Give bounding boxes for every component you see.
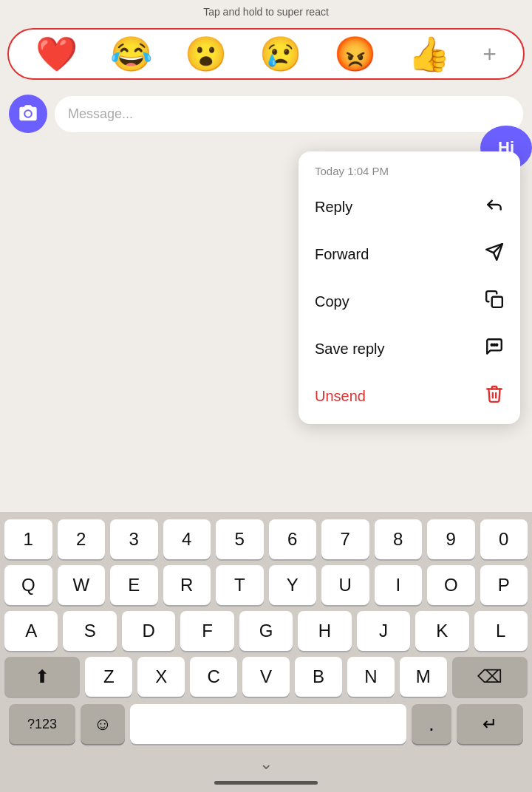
svg-point-5 <box>496 344 497 346</box>
emoji-cry[interactable]: 😢 <box>259 37 301 71</box>
keyboard-asdf-row: A S D F G H J K L <box>4 611 528 651</box>
unsend-icon <box>485 384 504 408</box>
key-1[interactable]: 1 <box>4 519 52 559</box>
context-unsend-label: Unsend <box>315 388 366 405</box>
key-r[interactable]: R <box>163 565 211 605</box>
keyboard-chevron[interactable]: ⌄ <box>4 750 528 775</box>
key-n[interactable]: N <box>347 657 395 697</box>
key-x[interactable]: X <box>137 657 185 697</box>
key-p[interactable]: P <box>480 565 528 605</box>
chevron-down-icon: ⌄ <box>259 754 273 774</box>
key-q[interactable]: Q <box>4 565 52 605</box>
emoji-wow[interactable]: 😮 <box>185 37 227 71</box>
key-space[interactable] <box>130 704 406 744</box>
context-save-reply-label: Save reply <box>315 341 385 358</box>
camera-button[interactable] <box>9 95 47 133</box>
key-v[interactable]: V <box>242 657 290 697</box>
home-bar <box>4 775 528 788</box>
key-2[interactable]: 2 <box>58 519 106 559</box>
key-e[interactable]: E <box>110 565 158 605</box>
key-h[interactable]: H <box>298 611 351 651</box>
hint-text: Tap and hold to super react <box>203 6 329 18</box>
key-numbers-switch[interactable]: ?123 <box>9 704 75 744</box>
keyboard: 1 2 3 4 5 6 7 8 9 0 Q W E R T Y U I O P … <box>0 512 532 792</box>
home-indicator <box>214 781 318 785</box>
context-copy-label: Copy <box>315 293 349 310</box>
camera-icon <box>18 103 38 124</box>
key-9[interactable]: 9 <box>427 519 475 559</box>
emoji-angry[interactable]: 😡 <box>334 37 376 71</box>
key-c[interactable]: C <box>190 657 237 697</box>
key-5[interactable]: 5 <box>216 519 264 559</box>
key-l[interactable]: L <box>474 611 528 651</box>
emoji-more-button[interactable]: + <box>482 41 497 68</box>
key-t[interactable]: T <box>216 565 264 605</box>
context-copy[interactable]: Copy <box>299 278 520 325</box>
emoji-bar-wrapper: ❤️ 😂 😮 😢 😡 👍 + <box>0 22 532 87</box>
key-period[interactable]: . <box>412 704 451 744</box>
message-input[interactable]: Message... <box>55 96 523 132</box>
message-area: Message... <box>0 87 532 140</box>
key-4[interactable]: 4 <box>163 519 211 559</box>
copy-icon <box>485 290 504 313</box>
forward-icon <box>485 242 504 266</box>
context-unsend[interactable]: Unsend <box>299 372 520 420</box>
key-b[interactable]: B <box>295 657 342 697</box>
key-k[interactable]: K <box>415 611 468 651</box>
emoji-reaction-bar: ❤️ 😂 😮 😢 😡 👍 + <box>7 28 525 80</box>
key-w[interactable]: W <box>58 565 106 605</box>
svg-point-4 <box>494 344 495 346</box>
keyboard-zxcv-row: ⬆ Z X C V B N M ⌫ <box>4 657 528 697</box>
key-y[interactable]: Y <box>269 565 317 605</box>
key-s[interactable]: S <box>63 611 116 651</box>
context-save-reply[interactable]: Save reply <box>299 325 520 372</box>
keyboard-bottom-row: ?123 ☺ . ↵ <box>4 703 528 750</box>
emoji-heart[interactable]: ❤️ <box>35 37 78 71</box>
key-6[interactable]: 6 <box>269 519 317 559</box>
key-3[interactable]: 3 <box>110 519 158 559</box>
context-timestamp: Today 1:04 PM <box>299 156 520 183</box>
reply-icon <box>485 195 504 219</box>
key-backspace[interactable]: ⌫ <box>452 657 528 697</box>
save-reply-icon <box>485 337 504 361</box>
key-8[interactable]: 8 <box>375 519 423 559</box>
key-0[interactable]: 0 <box>480 519 528 559</box>
key-g[interactable]: G <box>239 611 293 651</box>
key-f[interactable]: F <box>180 611 233 651</box>
context-reply-label: Reply <box>315 199 352 216</box>
key-shift[interactable]: ⬆ <box>4 657 80 697</box>
key-o[interactable]: O <box>427 565 475 605</box>
keyboard-number-row: 1 2 3 4 5 6 7 8 9 0 <box>4 519 528 559</box>
keyboard-qwerty-row: Q W E R T Y U I O P <box>4 565 528 605</box>
key-7[interactable]: 7 <box>321 519 369 559</box>
emoji-laugh[interactable]: 😂 <box>110 37 152 71</box>
key-u[interactable]: U <box>321 565 369 605</box>
key-j[interactable]: J <box>357 611 410 651</box>
super-react-hint: Tap and hold to super react <box>0 0 532 22</box>
context-forward-label: Forward <box>315 246 369 263</box>
svg-rect-2 <box>492 297 502 307</box>
context-menu: Today 1:04 PM Reply Forward Copy <box>299 151 520 424</box>
context-forward[interactable]: Forward <box>299 231 520 278</box>
key-z[interactable]: Z <box>85 657 132 697</box>
key-a[interactable]: A <box>4 611 58 651</box>
key-emoji[interactable]: ☺ <box>81 704 125 744</box>
key-m[interactable]: M <box>400 657 447 697</box>
context-reply[interactable]: Reply <box>299 183 520 231</box>
message-placeholder: Message... <box>68 106 133 121</box>
key-d[interactable]: D <box>122 611 175 651</box>
svg-point-3 <box>491 344 493 346</box>
key-i[interactable]: I <box>375 565 423 605</box>
key-enter[interactable]: ↵ <box>457 704 523 744</box>
emoji-thumbsup[interactable]: 👍 <box>408 37 450 71</box>
